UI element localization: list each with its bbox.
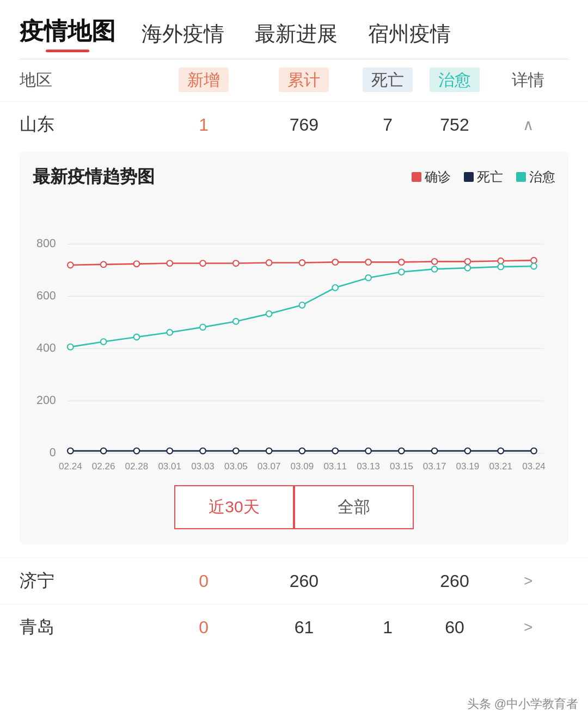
shandong-arrow[interactable]: ∧: [488, 116, 568, 134]
svg-text:400: 400: [36, 341, 56, 354]
col-si: 死亡: [354, 69, 421, 91]
trend-chart: 800 600 400 200 0 02.24 02.26 02.28 03.0…: [33, 198, 555, 476]
svg-point-67: [465, 448, 471, 454]
svg-point-41: [101, 339, 107, 345]
header: 疫情地图 海外疫情 最新进展 宿州疫情: [0, 0, 588, 59]
svg-text:03.03: 03.03: [191, 461, 215, 472]
shandong-si: 7: [354, 115, 421, 135]
chart-header: 最新疫情趋势图 确诊 死亡 治愈: [33, 165, 555, 189]
svg-text:02.28: 02.28: [125, 461, 149, 472]
svg-point-48: [332, 285, 338, 291]
svg-point-58: [167, 448, 173, 454]
legend-confirmed: 确诊: [412, 168, 451, 186]
svg-text:03.15: 03.15: [390, 461, 413, 472]
svg-text:600: 600: [36, 289, 56, 302]
legend-label-recovered: 治愈: [529, 168, 555, 186]
btn-all[interactable]: 全部: [294, 485, 414, 529]
shandong-lei: 769: [254, 115, 354, 135]
table-header: 地区 新增 累计 死亡 治愈 详情: [0, 59, 588, 101]
svg-point-66: [432, 448, 438, 454]
svg-text:03.24: 03.24: [522, 461, 546, 472]
svg-point-35: [399, 259, 405, 265]
time-filter: 近30天 全部: [174, 485, 414, 529]
qingdao-xin: 0: [154, 617, 254, 638]
svg-point-46: [266, 311, 272, 317]
svg-point-61: [266, 448, 272, 454]
row-qingdao[interactable]: 青岛 0 61 1 60 >: [0, 604, 588, 650]
col-zhi: 治愈: [421, 69, 488, 91]
svg-text:800: 800: [36, 237, 56, 250]
svg-text:03.01: 03.01: [158, 461, 181, 472]
svg-point-45: [233, 319, 239, 325]
jining-arrow[interactable]: >: [488, 572, 568, 590]
svg-point-55: [68, 448, 74, 454]
qingdao-region: 青岛: [20, 615, 154, 639]
svg-point-43: [167, 329, 173, 335]
title-underline: [46, 50, 89, 52]
svg-point-44: [200, 325, 206, 331]
legend-dot-death: [464, 172, 474, 182]
svg-point-52: [465, 265, 471, 271]
svg-point-25: [68, 262, 74, 268]
svg-point-68: [498, 448, 504, 454]
svg-text:03.21: 03.21: [489, 461, 512, 472]
svg-point-30: [233, 260, 239, 266]
svg-text:03.19: 03.19: [456, 461, 480, 472]
header-title-wrap: 疫情地图: [20, 15, 115, 52]
nav-latest[interactable]: 最新进展: [255, 20, 338, 48]
qingdao-arrow[interactable]: >: [488, 619, 568, 636]
svg-point-51: [432, 266, 438, 272]
svg-point-26: [101, 261, 107, 267]
svg-point-27: [134, 261, 140, 267]
svg-text:200: 200: [36, 394, 56, 407]
header-nav: 海外疫情 最新进展 宿州疫情: [142, 20, 451, 48]
svg-point-65: [399, 448, 405, 454]
nav-suzhou[interactable]: 宿州疫情: [368, 20, 451, 48]
svg-point-57: [134, 448, 140, 454]
jining-xin: 0: [154, 571, 254, 591]
shandong-zhi: 752: [421, 115, 488, 135]
svg-text:03.07: 03.07: [258, 461, 281, 472]
nav-overseas[interactable]: 海外疫情: [142, 20, 224, 48]
svg-point-69: [531, 448, 537, 454]
col-xin: 新增: [154, 69, 254, 91]
svg-point-49: [365, 275, 371, 281]
app-title[interactable]: 疫情地图: [20, 15, 115, 47]
svg-point-28: [167, 260, 173, 266]
col-region: 地区: [20, 69, 154, 91]
svg-text:03.09: 03.09: [291, 461, 314, 472]
svg-text:03.11: 03.11: [323, 461, 347, 472]
shandong-xin: 1: [154, 115, 254, 135]
svg-point-53: [498, 264, 504, 270]
qingdao-lei: 61: [254, 617, 354, 638]
btn-30days[interactable]: 近30天: [174, 485, 294, 529]
jining-zhi: 260: [421, 571, 488, 591]
svg-point-31: [266, 260, 272, 266]
watermark: 头条 @中小学教育者: [467, 696, 578, 712]
legend-death: 死亡: [464, 168, 503, 186]
svg-point-42: [134, 334, 140, 340]
svg-point-38: [498, 258, 504, 264]
col-lei: 累计: [254, 69, 354, 91]
svg-point-60: [233, 448, 239, 454]
svg-point-32: [299, 260, 305, 266]
shandong-region: 山东: [20, 113, 154, 137]
row-jining[interactable]: 济宁 0 260 260 >: [0, 558, 588, 604]
chart-container: 最新疫情趋势图 确诊 死亡 治愈 800 600 400 200: [20, 152, 568, 544]
qingdao-zhi: 60: [421, 617, 488, 638]
svg-text:03.05: 03.05: [224, 461, 248, 472]
legend-label-confirmed: 确诊: [425, 168, 451, 186]
svg-point-36: [432, 259, 438, 265]
svg-text:03.17: 03.17: [423, 461, 446, 472]
jining-lei: 260: [254, 571, 354, 591]
col-detail: 详情: [488, 69, 568, 91]
legend-recovered: 治愈: [516, 168, 555, 186]
row-shandong[interactable]: 山东 1 769 7 752 ∧: [0, 101, 588, 148]
svg-point-50: [399, 269, 405, 275]
qingdao-si: 1: [354, 617, 421, 638]
svg-point-37: [465, 259, 471, 265]
svg-text:02.26: 02.26: [92, 461, 115, 472]
svg-text:0: 0: [50, 446, 56, 459]
svg-point-63: [332, 448, 338, 454]
svg-point-33: [332, 259, 338, 265]
